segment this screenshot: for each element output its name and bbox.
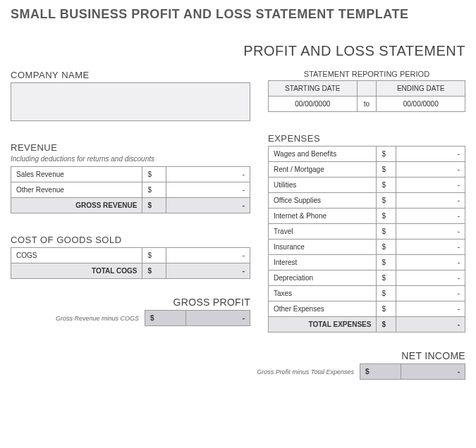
gross-revenue-row: GROSS REVENUE $ - [11,198,250,213]
table-row: Travel$- [269,224,465,239]
revenue-table: Sales Revenue $ - Other Revenue $ - GROS… [11,166,250,213]
row-label[interactable]: Taxes [269,286,377,301]
row-value: - [166,263,250,279]
row-value[interactable]: - [396,255,465,270]
gross-profit-note: Gross Revenue minus COGS [11,310,145,326]
expenses-header: EXPENSES [268,133,465,144]
table-row: Sales Revenue $ - [11,167,250,182]
net-income-header: NET INCOME [11,350,465,361]
net-income-note: Gross Profit minus Total Expenses [11,363,360,380]
row-label[interactable]: Office Supplies [269,193,377,209]
row-currency: $ [377,178,396,193]
row-value[interactable]: - [396,286,465,301]
row-currency: $ [142,248,166,263]
table-row: Rent / Mortgage$- [269,162,465,178]
row-currency: $ [377,224,396,239]
template-title: SMALL BUSINESS PROFIT AND LOSS STATEMENT… [11,7,465,22]
row-label[interactable]: Travel [269,224,377,239]
row-currency: $ [377,317,396,332]
cogs-header: COST OF GOODS SOLD [11,235,250,245]
row-label: TOTAL EXPENSES [269,317,377,332]
row-label[interactable]: Wages and Benefits [269,147,377,162]
table-row: Wages and Benefits$- [269,147,465,162]
row-label: GROSS REVENUE [11,198,142,213]
revenue-header: REVENUE [11,142,250,153]
row-label[interactable]: Other Expenses [269,301,377,317]
total-expenses-row: TOTAL EXPENSES $ - [269,317,465,332]
expenses-table: Wages and Benefits$- Rent / Mortgage$- U… [268,146,465,332]
row-label[interactable]: Utilities [269,178,377,193]
document-title: PROFIT AND LOSS STATEMENT [11,43,465,59]
row-label[interactable]: Depreciation [269,270,377,286]
row-value: - [166,198,250,213]
row-currency: $ [377,301,396,317]
row-label[interactable]: COGS [11,248,142,263]
row-value[interactable]: - [396,162,465,178]
table-row: Internet & Phone$- [269,209,465,224]
row-currency: $ [142,167,166,182]
row-currency: $ [377,193,396,209]
row-currency: $ [145,311,186,326]
gross-profit-value: $ - [145,310,250,326]
row-currency: $ [142,182,166,198]
row-value[interactable]: - [396,209,465,224]
row-currency: $ [377,286,396,301]
row-currency: $ [377,209,396,224]
table-row: COGS $ - [11,248,250,263]
row-currency: $ [377,255,396,270]
table-row: Other Expenses$- [269,301,465,317]
row-value[interactable]: - [396,270,465,286]
revenue-subtext: Including deductions for returns and dis… [11,155,250,163]
net-income-value: $ - [360,363,465,380]
row-label[interactable]: Insurance [269,239,377,255]
total-cogs-row: TOTAL COGS $ - [11,263,250,279]
row-label[interactable]: Other Revenue [11,182,142,198]
row-label[interactable]: Interest [269,255,377,270]
row-value[interactable]: - [396,147,465,162]
starting-date-label: STARTING DATE [269,81,358,97]
period-to-label: to [357,97,377,112]
row-currency: $ [142,263,166,279]
ending-date-input[interactable]: 00/00/0000 [377,97,465,112]
table-row: Other Revenue $ - [11,182,250,198]
row-currency: $ [142,198,166,213]
table-row: Utilities$- [269,178,465,193]
row-value[interactable]: - [166,167,250,182]
row-value[interactable]: - [166,182,250,198]
gross-profit-header: GROSS PROFIT [11,297,250,308]
company-name-input[interactable] [11,82,250,121]
row-label[interactable]: Rent / Mortgage [269,162,377,178]
row-label: TOTAL COGS [11,263,142,279]
cogs-table: COGS $ - TOTAL COGS $ - [11,247,250,279]
row-label[interactable]: Internet & Phone [269,209,377,224]
row-value[interactable]: - [396,193,465,209]
row-value[interactable]: - [396,224,465,239]
ending-date-label: ENDING DATE [377,81,465,97]
company-name-label: COMPANY NAME [11,70,250,80]
row-value: - [185,311,250,326]
reporting-period-table: STARTING DATE ENDING DATE 00/00/0000 to … [268,80,465,112]
table-row: Interest$- [269,255,465,270]
row-value: - [396,317,465,332]
row-currency: $ [360,364,401,380]
reporting-period-header: STATEMENT REPORTING PERIOD [268,70,465,78]
row-value[interactable]: - [396,178,465,193]
row-value[interactable]: - [166,248,250,263]
table-row: Depreciation$- [269,270,465,286]
row-currency: $ [377,270,396,286]
row-currency: $ [377,162,396,178]
row-label[interactable]: Sales Revenue [11,167,142,182]
table-row: Taxes$- [269,286,465,301]
row-value[interactable]: - [396,301,465,317]
row-currency: $ [377,239,396,255]
row-value: - [401,364,465,380]
starting-date-input[interactable]: 00/00/0000 [269,97,358,112]
row-currency: $ [377,147,396,162]
table-row: Insurance$- [269,239,465,255]
row-value[interactable]: - [396,239,465,255]
table-row: Office Supplies$- [269,193,465,209]
